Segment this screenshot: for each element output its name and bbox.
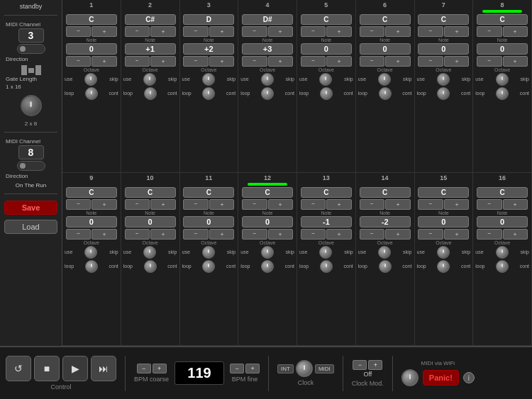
octave-minus-r2-9[interactable]: −: [66, 229, 91, 240]
step-col-r2-10[interactable]: 10C−＋Note0−＋Octaveuseskiploopcont: [121, 173, 180, 345]
loop-knob-r1-8[interactable]: [496, 87, 509, 100]
step-col-r1-4[interactable]: 4D#−＋Note+3−＋Octaveuseskiploopcont: [238, 0, 297, 172]
skip-button[interactable]: ⏭: [91, 356, 116, 381]
note-plus-r1-1[interactable]: ＋: [92, 26, 116, 37]
octave-plus-r1-2[interactable]: ＋: [150, 56, 175, 67]
octave-plus-r1-4[interactable]: ＋: [268, 56, 293, 67]
note-plus-r2-11[interactable]: ＋: [209, 199, 234, 210]
octave-plus-r1-6[interactable]: ＋: [385, 56, 410, 67]
octave-plus-r2-14[interactable]: ＋: [385, 229, 410, 240]
load-button[interactable]: Load: [4, 220, 57, 234]
octave-plus-r1-1[interactable]: ＋: [92, 56, 116, 67]
octave-minus-r2-16[interactable]: −: [477, 229, 501, 240]
octave-plus-r2-10[interactable]: ＋: [150, 229, 175, 240]
step-col-r2-16[interactable]: 16C−＋Note0−＋Octaveuseskiploopcont: [473, 173, 532, 345]
loop-knob-r2-11[interactable]: [202, 260, 215, 273]
step-col-r1-5[interactable]: 5C−＋Note0−＋Octaveuseskiploopcont: [297, 0, 356, 172]
note-plus-r1-3[interactable]: ＋: [209, 26, 234, 37]
loop-knob-r2-10[interactable]: [144, 260, 157, 273]
note-minus-r1-8[interactable]: −: [477, 26, 501, 37]
note-minus-r1-1[interactable]: −: [66, 26, 91, 37]
reset-button[interactable]: ↺: [6, 356, 31, 381]
loop-knob-r2-12[interactable]: [261, 260, 274, 273]
note-plus-r1-7[interactable]: ＋: [444, 26, 469, 37]
step-knob-r2-12[interactable]: [261, 246, 274, 259]
loop-knob-r2-13[interactable]: [320, 260, 333, 273]
octave-plus-r2-11[interactable]: ＋: [209, 229, 234, 240]
note-plus-r2-16[interactable]: ＋: [503, 199, 528, 210]
step-knob-r1-2[interactable]: [143, 73, 156, 86]
octave-minus-r1-1[interactable]: −: [66, 56, 91, 67]
row1-direction-toggle[interactable]: [17, 44, 45, 54]
step-knob-r2-16[interactable]: [496, 246, 509, 259]
loop-knob-r1-4[interactable]: [261, 87, 274, 100]
step-col-r1-8[interactable]: 8C−＋Note0−＋Octaveuseskiploopcont: [473, 0, 532, 172]
step-col-r1-3[interactable]: 3D−＋Note+2−＋Octaveuseskiploopcont: [180, 0, 239, 172]
wifi-knob[interactable]: [401, 369, 419, 386]
clock-mod-minus[interactable]: −: [353, 360, 367, 370]
octave-plus-r2-13[interactable]: ＋: [326, 229, 351, 240]
save-button[interactable]: Save: [4, 201, 57, 215]
step-knob-r1-3[interactable]: [202, 73, 215, 86]
octave-minus-r2-11[interactable]: −: [183, 229, 208, 240]
loop-knob-r1-5[interactable]: [320, 87, 333, 100]
note-plus-r1-8[interactable]: ＋: [503, 26, 528, 37]
bpm-fine-minus[interactable]: −: [230, 364, 244, 373]
note-plus-r1-5[interactable]: ＋: [326, 26, 351, 37]
int-btn[interactable]: INT: [277, 364, 294, 373]
step-col-r1-7[interactable]: 7C−＋Note0−＋Octaveuseskiploopcont: [415, 0, 474, 172]
loop-knob-r2-14[interactable]: [379, 260, 392, 273]
note-minus-r2-15[interactable]: −: [418, 199, 443, 210]
row1-knob[interactable]: [21, 95, 42, 116]
bpm-coarse-minus[interactable]: −: [137, 364, 151, 373]
octave-plus-r1-7[interactable]: ＋: [444, 56, 469, 67]
loop-knob-r2-15[interactable]: [437, 260, 450, 273]
note-plus-r1-4[interactable]: ＋: [268, 26, 293, 37]
note-minus-r2-16[interactable]: −: [477, 199, 501, 210]
octave-plus-r2-16[interactable]: ＋: [503, 229, 528, 240]
bpm-coarse-plus[interactable]: +: [153, 364, 167, 373]
step-knob-r2-9[interactable]: [84, 246, 97, 259]
panic-button[interactable]: Panic!: [423, 370, 459, 386]
midi-btn[interactable]: MIDI: [315, 364, 334, 373]
note-minus-r2-13[interactable]: −: [301, 199, 326, 210]
step-knob-r2-11[interactable]: [202, 246, 215, 259]
octave-minus-r1-6[interactable]: −: [360, 56, 384, 67]
step-col-r1-2[interactable]: 2C#−＋Note+1−＋Octaveuseskiploopcont: [121, 0, 180, 172]
note-plus-r1-6[interactable]: ＋: [385, 26, 410, 37]
step-col-r1-6[interactable]: 6C−＋Note0−＋Octaveuseskiploopcont: [356, 0, 415, 172]
step-col-r2-11[interactable]: 11C−＋Note0−＋Octaveuseskiploopcont: [180, 173, 239, 345]
step-col-r2-14[interactable]: 14C−＋Note-2−＋Octaveuseskiploopcont: [356, 173, 415, 345]
loop-knob-r1-6[interactable]: [379, 87, 392, 100]
note-minus-r2-11[interactable]: −: [183, 199, 208, 210]
step-col-r2-15[interactable]: 15C−＋Note0−＋Octaveuseskiploopcont: [415, 173, 474, 345]
loop-knob-r2-9[interactable]: [85, 260, 98, 273]
step-knob-r2-13[interactable]: [319, 246, 332, 259]
octave-minus-r1-2[interactable]: −: [125, 56, 150, 67]
octave-plus-r2-9[interactable]: ＋: [92, 229, 116, 240]
step-knob-r1-6[interactable]: [378, 73, 391, 86]
stop-button[interactable]: ■: [34, 356, 60, 381]
step-knob-r1-1[interactable]: [84, 73, 97, 86]
octave-plus-r1-8[interactable]: ＋: [503, 56, 528, 67]
octave-plus-r2-12[interactable]: ＋: [268, 229, 293, 240]
note-plus-r2-10[interactable]: ＋: [150, 199, 175, 210]
note-plus-r2-15[interactable]: ＋: [444, 199, 469, 210]
loop-knob-r1-1[interactable]: [85, 87, 98, 100]
step-col-r2-9[interactable]: 9C−＋Note0−＋Octaveuseskiploopcont: [62, 173, 121, 345]
note-minus-r1-2[interactable]: −: [125, 26, 150, 37]
step-knob-r1-8[interactable]: [496, 73, 509, 86]
note-minus-r2-14[interactable]: −: [360, 199, 384, 210]
play-button[interactable]: ▶: [62, 356, 88, 381]
octave-plus-r1-3[interactable]: ＋: [209, 56, 234, 67]
octave-minus-r1-5[interactable]: −: [301, 56, 326, 67]
note-plus-r2-13[interactable]: ＋: [326, 199, 351, 210]
octave-minus-r2-10[interactable]: −: [125, 229, 150, 240]
note-minus-r1-5[interactable]: −: [301, 26, 326, 37]
note-minus-r2-10[interactable]: −: [125, 199, 150, 210]
step-knob-r1-7[interactable]: [437, 73, 450, 86]
step-knob-r2-10[interactable]: [143, 246, 156, 259]
octave-minus-r1-3[interactable]: −: [183, 56, 208, 67]
note-plus-r2-9[interactable]: ＋: [92, 199, 116, 210]
octave-minus-r1-4[interactable]: −: [242, 56, 267, 67]
